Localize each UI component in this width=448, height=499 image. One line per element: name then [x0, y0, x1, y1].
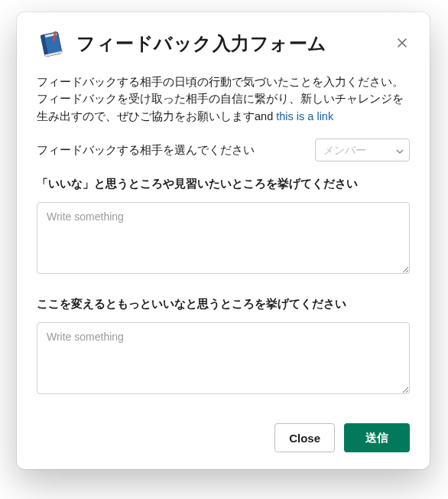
modal-header: フィードバック入力フォーム — [37, 29, 410, 58]
submit-button[interactable]: 送信 — [344, 423, 410, 452]
improvement-feedback-input[interactable] — [37, 322, 410, 394]
close-button[interactable]: Close — [274, 423, 335, 452]
feedback-modal: フィードバック入力フォーム フィードバックする相手の日頃の行動で気づいたことを入… — [17, 12, 430, 469]
member-select-row: フィードバックする相手を選んでください メンバー — [37, 139, 410, 165]
member-select-label: フィードバックする相手を選んでください — [37, 143, 255, 158]
intro-line-2: フィードバックを受け取った相手の自信に繋がり、新しいチャレンジを生み出すので、ぜ… — [37, 93, 404, 122]
intro-line-1: フィードバックする相手の日頃の行動で気づいたことを入力ください。 — [37, 76, 404, 88]
close-icon[interactable] — [393, 34, 411, 52]
modal-footer: Close 送信 — [37, 423, 410, 452]
positive-feedback-input[interactable] — [37, 202, 410, 274]
intro-text: フィードバックする相手の日頃の行動で気づいたことを入力ください。 フィードバック… — [37, 73, 410, 125]
member-select[interactable]: メンバー — [315, 139, 410, 161]
intro-link[interactable]: this is a link — [276, 110, 333, 122]
notebook-icon — [37, 29, 66, 58]
member-select-wrap: メンバー — [315, 139, 410, 161]
section-2-label: ここを変えるともっといいなと思うところを挙げてください — [37, 297, 410, 311]
modal-title: フィードバック入力フォーム — [76, 31, 327, 56]
section-1-label: 「いいな」と思うところや見習いたいところを挙げてください — [37, 177, 410, 191]
